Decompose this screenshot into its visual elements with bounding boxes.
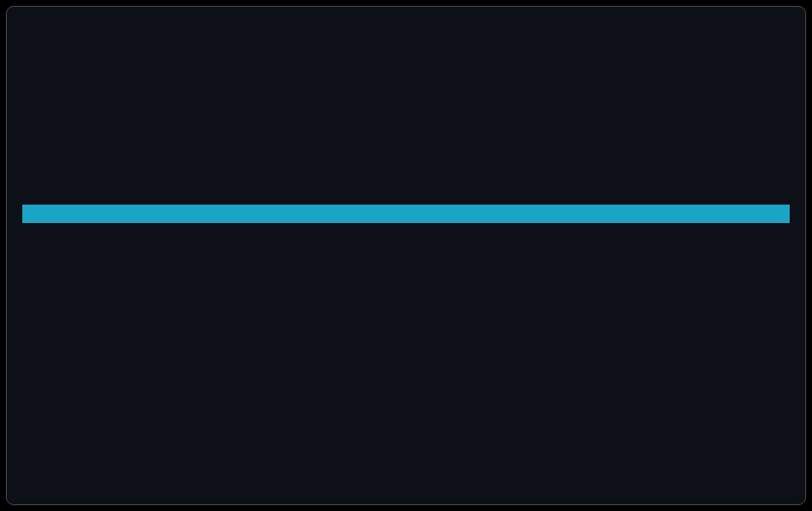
- uptime-line: [22, 130, 790, 185]
- mem-tasks-line: [22, 20, 790, 76]
- terminal-window: [6, 6, 806, 505]
- footer-bar: [22, 205, 790, 223]
- swp-load-line: [22, 76, 790, 131]
